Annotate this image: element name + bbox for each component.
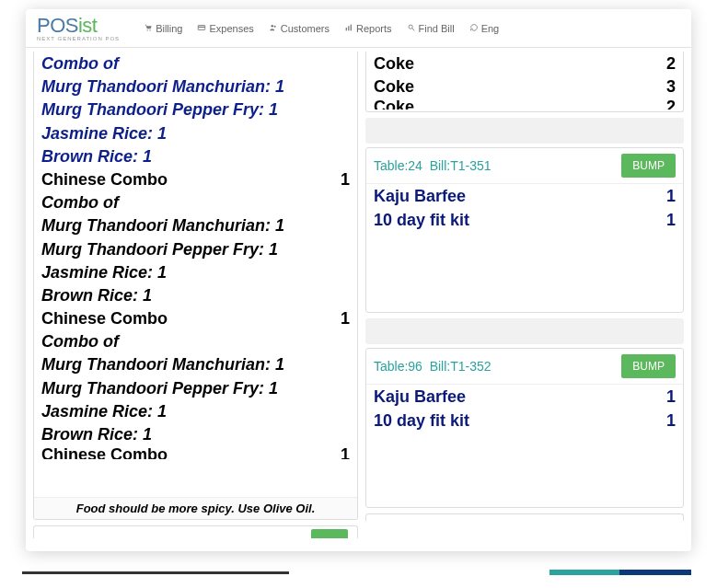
order-card-peek [33,525,358,538]
order-note: Food should be more spicy. Use Olive Oil… [34,497,357,519]
cart-icon [144,23,153,34]
bump-button[interactable]: BUMP [621,354,676,378]
refresh-icon [469,23,479,34]
combo-item: Murg Thandoori Pepper Fry: 1 [41,377,350,400]
order-item: Kaju Barfee 1 [374,386,676,409]
order-header: Table:24 Bill:T1-351 BUMP [366,148,683,184]
combo-item: Brown Rice: 1 [41,145,350,168]
footer-bar-teal [549,570,621,575]
logo-text-1: POS [37,14,78,37]
svg-point-1 [150,29,151,30]
order-item-cutoff: Coke 2 [374,98,676,110]
item-qty: 1 [333,168,350,191]
search-icon [407,23,416,34]
combo-item: Brown Rice: 1 [41,284,350,307]
item-qty: 1 [333,446,350,459]
order-item: 10 day fit kit 1 [374,209,676,232]
logo: POSist NEXT GENERATION POS [37,16,120,41]
order-item: Kaju Barfee 1 [374,185,676,208]
nav-label: Eng [481,23,500,34]
logo-tagline: NEXT GENERATION POS [37,36,120,41]
order-body: Kaju Barfee 1 10 day fit kit 1 [366,385,683,507]
kds-content: Combo of Murg Thandoori Manchurian: 1 Mu… [26,48,691,551]
bump-button[interactable]: BUMP [621,154,676,178]
combo-item: Murg Thandoori Manchurian: 1 [41,75,350,98]
item-qty: 1 [659,409,676,432]
users-icon [269,23,278,34]
bill-label: Bill:T1-352 [430,359,491,374]
combo-item: Jasmine Rice: 1 [41,261,350,284]
nav-label: Expenses [209,23,253,34]
order-item: Coke 2 [374,52,676,75]
nav-label: Billing [156,23,182,34]
pos-window: POSist NEXT GENERATION POS Billing Expen… [26,9,691,551]
nav-label: Customers [281,23,330,34]
topbar: POSist NEXT GENERATION POS Billing Expen… [26,9,691,48]
order-card-top: Coke 2 Coke 3 Coke 2 [365,52,684,112]
svg-rect-3 [199,26,206,27]
svg-point-0 [147,29,148,30]
nav-label: Reports [356,23,392,34]
order-body: Combo of Murg Thandoori Manchurian: 1 Mu… [34,52,357,497]
combo-item: Jasmine Rice: 1 [41,400,350,423]
item-qty: 1 [333,307,350,330]
order-body: Coke 2 Coke 3 Coke 2 [366,52,683,111]
card-gap [365,118,684,144]
item-qty: 1 [659,185,676,208]
card-gap [365,318,684,344]
footer-decoration [0,571,717,577]
order-card: Table:96 Bill:T1-352 BUMP Kaju Barfee 1 … [365,348,684,508]
combo-of-label: Combo of [41,330,350,353]
combo-of-label: Combo of [41,191,350,214]
order-item: Coke 3 [374,75,676,98]
item-qty: 2 [659,52,676,75]
combo-of-label: Combo of [41,52,350,75]
logo-text-2: ist [78,14,98,37]
combo-item: Jasmine Rice: 1 [41,122,350,145]
order-header: Table:96 Bill:T1-352 BUMP [366,349,683,385]
nav-expenses[interactable]: Expenses [190,23,260,34]
svg-point-5 [273,25,275,27]
order-item: 10 day fit kit 1 [374,409,676,432]
order-item-cutoff: Chinese Combo 1 [41,446,350,459]
combo-item: Murg Thandoori Pepper Fry: 1 [41,238,350,261]
svg-point-9 [409,25,412,29]
order-body: Kaju Barfee 1 10 day fit kit 1 [366,184,683,312]
nav-billing[interactable]: Billing [136,23,190,34]
bump-button-peek[interactable] [311,529,348,538]
order-card-peek [365,513,684,521]
nav-label: Find Bill [419,23,455,34]
order-card: Combo of Murg Thandoori Manchurian: 1 Mu… [33,52,358,520]
kds-column-right: Coke 2 Coke 3 Coke 2 [365,52,684,544]
bill-label: Bill:T1-351 [430,158,491,173]
footer-bar-navy [619,570,691,575]
item-qty: 2 [659,98,676,110]
svg-line-10 [411,28,414,29]
order-card: Table:24 Bill:T1-351 BUMP Kaju Barfee 1 … [365,147,684,313]
item-qty: 3 [659,75,676,98]
svg-rect-6 [346,28,347,30]
svg-rect-8 [351,24,352,30]
order-meta: Table:96 Bill:T1-352 [374,359,491,374]
table-label: Table:96 [374,359,422,374]
order-meta: Table:24 Bill:T1-351 [374,158,491,173]
nav-reports[interactable]: Reports [337,23,399,34]
item-qty: 1 [659,386,676,409]
combo-item: Murg Thandoori Manchurian: 1 [41,214,350,237]
footer-bar-left [22,571,289,574]
nav-customers[interactable]: Customers [261,23,337,34]
kds-column-left: Combo of Murg Thandoori Manchurian: 1 Mu… [33,52,358,544]
order-item: Chinese Combo 1 [41,168,350,191]
table-label: Table:24 [374,158,422,173]
svg-point-4 [271,25,273,28]
nav-language[interactable]: Eng [462,23,507,34]
chart-icon [344,23,353,34]
combo-item: Murg Thandoori Pepper Fry: 1 [41,98,350,121]
item-qty: 1 [659,209,676,232]
combo-item: Brown Rice: 1 [41,423,350,446]
order-item: Chinese Combo 1 [41,307,350,330]
svg-rect-7 [348,26,349,30]
combo-item: Murg Thandoori Manchurian: 1 [41,353,350,376]
nav-findbill[interactable]: Find Bill [399,23,462,34]
card-icon [197,23,206,34]
